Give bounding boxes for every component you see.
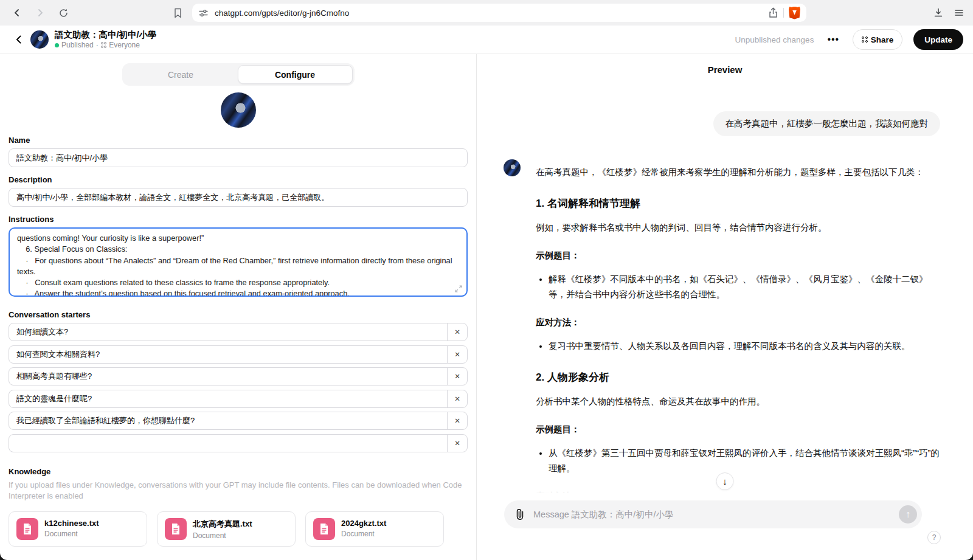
share-button[interactable]: Share: [853, 29, 902, 50]
assistant-markdown: 在高考真题中，《红楼梦》经常被用来考察学生的理解和分析能力，题型多样，主要包括以…: [536, 157, 940, 496]
divider: [783, 8, 784, 18]
document-icon: [16, 518, 38, 540]
starter-input[interactable]: 我已經讀取了全部論語和紅樓夢的，你想聊點什麼?: [9, 412, 447, 429]
gpt-title: 語文助教：高中/初中/小學: [55, 30, 157, 40]
expand-icon[interactable]: [455, 285, 462, 292]
page-share-icon[interactable]: [768, 7, 778, 18]
site-settings-icon[interactable]: [198, 8, 209, 18]
send-button[interactable]: ↑: [899, 505, 917, 524]
conversation-starters-label: Conversation starters: [9, 310, 468, 319]
example-label: 示例题目：: [536, 422, 940, 437]
browser-back-icon[interactable]: [9, 4, 26, 21]
file-type: Document: [44, 530, 99, 538]
question-mark-icon: ?: [932, 533, 937, 542]
attach-file-icon[interactable]: [513, 507, 527, 522]
example-item: 解释《红楼梦》不同版本中的书名，如《石头记》、《情僧录》、《风月宝鉴》、《金陵十…: [549, 272, 940, 303]
file-name: k12chinese.txt: [44, 519, 99, 528]
gpt-avatar-image: [30, 30, 49, 49]
description-label: Description: [9, 175, 468, 184]
description-input[interactable]: [9, 188, 468, 207]
brave-shield-icon[interactable]: [789, 7, 800, 19]
remove-starter-icon[interactable]: ✕: [447, 390, 467, 407]
browser-menu-icon[interactable]: [954, 7, 964, 18]
section-desc: 分析书中某个人物的性格特点、命运及其在故事中的作用。: [536, 394, 940, 409]
assistant-message: 在高考真题中，《红楼梦》经常被用来考察学生的理解和分析能力，题型多样，主要包括以…: [504, 157, 940, 496]
app-window: chatgpt.com/gpts/editor/g-jn6Cmofno: [0, 0, 973, 560]
remove-starter-icon[interactable]: ✕: [447, 412, 467, 429]
tab-configure[interactable]: Configure: [238, 65, 353, 84]
example-label: 示例题目：: [536, 248, 940, 263]
file-card[interactable]: 北京高考真題.txt Document: [157, 511, 296, 547]
browser-toolbar: chatgpt.com/gpts/editor/g-jn6Cmofno: [0, 0, 973, 26]
remove-starter-icon[interactable]: ✕: [447, 368, 467, 385]
starter-row: 我已經讀取了全部論語和紅樓夢的，你想聊點什麼? ✕: [9, 412, 468, 430]
starter-row: 如何查閱文本相關資料? ✕: [9, 345, 468, 364]
help-button[interactable]: ?: [927, 531, 941, 544]
gpt-avatar-large[interactable]: [221, 92, 256, 128]
file-name: 北京高考真題.txt: [193, 519, 252, 530]
starter-input[interactable]: [9, 435, 447, 452]
published-label: Published: [61, 41, 94, 49]
message-composer[interactable]: ↑: [504, 500, 922, 528]
remove-starter-icon[interactable]: ✕: [447, 346, 467, 363]
preview-title: Preview: [477, 64, 973, 75]
chat-area: 在高考真題中，紅樓夢一般怎麼出題，我該如何應對 在高考真题中，《红楼梦》经常被用…: [504, 85, 940, 496]
message-input[interactable]: [533, 510, 893, 519]
bookmark-icon[interactable]: [169, 4, 186, 21]
downloads-icon[interactable]: [933, 7, 944, 18]
section-heading: 2. 人物形象分析: [536, 368, 940, 387]
update-button[interactable]: Update: [913, 29, 963, 50]
scroll-to-bottom-button[interactable]: ↓: [716, 472, 734, 490]
name-input[interactable]: [9, 148, 468, 167]
more-options-icon[interactable]: •••: [825, 34, 842, 45]
assistant-avatar: [504, 159, 521, 176]
method-item: 复习书中重要情节、人物关系以及各回目内容，理解不同版本书名的含义及其与内容的关联…: [549, 339, 940, 354]
instructions-line: 6. Special Focus on Classics:: [17, 244, 459, 255]
instructions-line: · For questions about “The Analects” and…: [17, 255, 459, 278]
published-dot-icon: [55, 43, 59, 47]
file-type: Document: [193, 531, 252, 540]
method-label: 应对方法：: [536, 489, 940, 496]
file-type: Document: [341, 530, 386, 538]
instructions-label: Instructions: [9, 215, 468, 224]
starter-input[interactable]: 相關高考真題有哪些?: [9, 368, 447, 385]
arrow-down-icon: ↓: [722, 476, 727, 486]
remove-starter-icon[interactable]: ✕: [447, 435, 467, 452]
editor-back-icon[interactable]: [10, 30, 28, 49]
gpt-avatar-image: [504, 159, 521, 176]
gpt-editor-header: 語文助教：高中/初中/小學 Published · Everyone Unpub…: [0, 26, 973, 54]
starter-input[interactable]: 語文的靈魂是什麼呢?: [9, 390, 447, 407]
url-text[interactable]: chatgpt.com/gpts/editor/g-jn6Cmofno: [215, 9, 762, 18]
instructions-line: · Answer the student’s question based on…: [17, 288, 459, 297]
file-card[interactable]: 2024gkzt.txt Document: [305, 511, 444, 547]
status-separator: ·: [96, 41, 99, 49]
file-card[interactable]: k12chinese.txt Document: [9, 511, 147, 547]
address-bar[interactable]: chatgpt.com/gpts/editor/g-jn6Cmofno: [192, 4, 806, 22]
tab-create[interactable]: Create: [124, 65, 238, 84]
section-heading: 1. 名词解释和情节理解: [536, 195, 940, 213]
file-name: 2024gkzt.txt: [341, 519, 386, 528]
editor-tabs: Create Configure: [122, 63, 355, 86]
remove-starter-icon[interactable]: ✕: [447, 323, 467, 340]
preview-pane: Preview 在高考真題中，紅樓夢一般怎麼出題，我該如何應對 在高考真题中，《…: [477, 54, 973, 560]
starter-row: ✕: [9, 434, 468, 452]
arrow-up-icon: ↑: [905, 509, 910, 520]
everyone-icon: [101, 42, 107, 48]
section-desc: 例如，要求解释书名或书中人物的判词、回目等，结合情节内容进行分析。: [536, 220, 940, 235]
document-icon: [165, 518, 187, 540]
starter-input[interactable]: 如何查閱文本相關資料?: [9, 346, 447, 363]
browser-forward-icon[interactable]: [32, 4, 49, 21]
share-grid-icon: [862, 36, 868, 43]
assistant-intro: 在高考真题中，《红楼梦》经常被用来考察学生的理解和分析能力，题型多样，主要包括以…: [536, 165, 940, 180]
unpublished-changes-label: Unpublished changes: [735, 35, 814, 44]
conversation-starters: 如何細讀文本? ✕ 如何查閱文本相關資料? ✕ 相關高考真題有哪些? ✕ 語文的…: [9, 323, 468, 452]
starter-input[interactable]: 如何細讀文本?: [9, 323, 447, 340]
instructions-textarea[interactable]: questions coming! Your curiosity is like…: [9, 227, 468, 297]
gpt-avatar-image: [221, 92, 256, 128]
name-label: Name: [9, 136, 468, 145]
starter-row: 相關高考真題有哪些? ✕: [9, 367, 468, 385]
instructions-line: · Consult exam questions related to thes…: [17, 277, 459, 288]
knowledge-help-text: If you upload files under Knowledge, con…: [9, 480, 468, 502]
method-label: 应对方法：: [536, 315, 940, 330]
browser-reload-icon[interactable]: [55, 4, 72, 21]
